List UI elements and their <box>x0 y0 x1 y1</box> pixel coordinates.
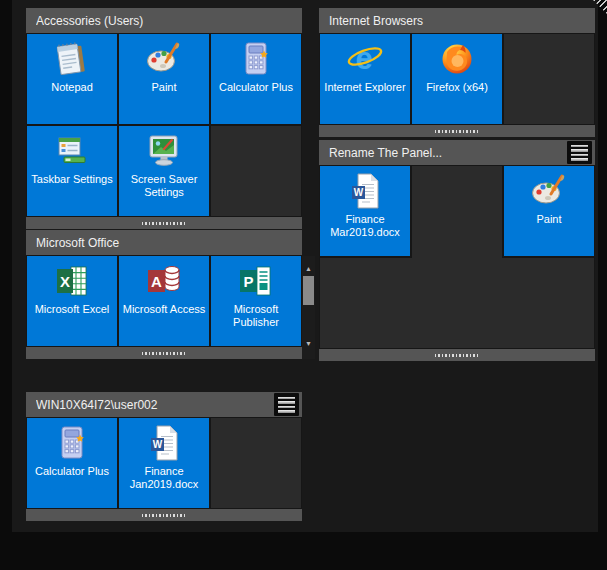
panel-rename-the-panel: Rename The Panel...WFinance Mar2019.docx… <box>319 140 595 361</box>
excel-icon: X <box>52 261 92 301</box>
tile-label: Microsoft Excel <box>34 303 111 316</box>
empty-slot <box>412 258 502 348</box>
tile-firefox-x64[interactable]: Firefox (x64) <box>412 34 502 124</box>
panel-title: Microsoft Office <box>36 236 299 250</box>
tile-microsoft-publisher[interactable]: PMicrosoft Publisher <box>211 256 301 346</box>
panel-win10-user: WIN10X64I72\user002Calculator PlusWFinan… <box>26 392 302 521</box>
tile-calculator-plus[interactable]: Calculator Plus <box>211 34 301 124</box>
svg-text:W: W <box>153 439 163 450</box>
tile-label: Firefox (x64) <box>425 81 489 94</box>
panel-title: WIN10X64I72\user002 <box>36 398 274 412</box>
drag-handle-dots-icon <box>142 222 186 225</box>
tile-notepad[interactable]: Notepad <box>27 34 117 124</box>
paint-icon <box>529 171 569 211</box>
empty-slot <box>320 258 410 348</box>
firefox-icon <box>437 39 477 79</box>
tile-label: Microsoft Publisher <box>211 303 301 329</box>
scroll-down-arrow-icon[interactable]: ▼ <box>302 338 315 350</box>
empty-slot <box>211 126 301 216</box>
svg-text:e: e <box>355 41 372 76</box>
empty-slot <box>412 166 502 256</box>
panel-bottom-bar[interactable] <box>26 509 302 521</box>
svg-text:X: X <box>60 273 70 290</box>
panel-title: Accessories (Users) <box>36 14 299 28</box>
panel-bottom-bar[interactable] <box>26 347 302 359</box>
calculator-plus-icon <box>236 39 276 79</box>
panel-header[interactable]: Rename The Panel... <box>319 140 595 165</box>
empty-slot <box>504 34 594 124</box>
svg-text:P: P <box>243 273 253 290</box>
tile-microsoft-excel[interactable]: XMicrosoft Excel <box>27 256 117 346</box>
panel-bottom-bar[interactable] <box>26 217 302 229</box>
tile-screen-saver-settings[interactable]: Screen Saver Settings <box>119 126 209 216</box>
tile-grid: Calculator PlusWFinance Jan2019.docx <box>27 418 301 508</box>
word-document-icon: W <box>345 171 385 211</box>
tile-label: Paint <box>535 213 562 226</box>
publisher-icon: P <box>236 261 276 301</box>
access-icon: A <box>144 261 184 301</box>
scroll-up-arrow-icon[interactable]: ▲ <box>302 263 315 275</box>
panel-accessories: Accessories (Users)NotepadPaintCalculato… <box>26 8 302 229</box>
panel-header[interactable]: WIN10X64I72\user002 <box>26 392 302 417</box>
tile-label: Internet Explorer <box>323 81 406 94</box>
tile-grid: XMicrosoft ExcelAMicrosoft AccessPMicros… <box>27 256 301 346</box>
tile-paint[interactable]: Paint <box>504 166 594 256</box>
tile-internet-explorer[interactable]: eInternet Explorer <box>320 34 410 124</box>
vertical-scrollbar[interactable]: ▲▼ <box>302 256 315 359</box>
hamburger-menu-icon <box>278 397 295 413</box>
panel-header[interactable]: Accessories (Users) <box>26 8 302 33</box>
svg-text:W: W <box>354 187 364 198</box>
screen-saver-settings-icon <box>144 131 184 171</box>
empty-slot <box>211 418 301 508</box>
scrollbar-thumb[interactable] <box>303 276 314 305</box>
empty-slot <box>504 258 594 348</box>
tile-label: Calculator Plus <box>34 465 110 478</box>
drag-handle-dots-icon <box>435 130 479 133</box>
internet-explorer-icon: e <box>345 39 385 79</box>
tile-calculator-plus[interactable]: Calculator Plus <box>27 418 117 508</box>
panel-menu-button[interactable] <box>567 141 592 164</box>
panel-title: Internet Browsers <box>329 14 592 28</box>
tile-taskbar-settings[interactable]: Taskbar Settings <box>27 126 117 216</box>
calculator-plus-icon <box>52 423 92 463</box>
tile-label: Screen Saver Settings <box>119 173 209 199</box>
workspace-background: Accessories (Users)NotepadPaintCalculato… <box>12 0 598 532</box>
tile-finance-mar2019-docx[interactable]: WFinance Mar2019.docx <box>320 166 410 256</box>
panel-bottom-bar[interactable] <box>319 125 595 137</box>
drag-handle-dots-icon <box>142 514 186 517</box>
hamburger-menu-icon <box>571 145 588 161</box>
tile-label: Microsoft Access <box>122 303 207 316</box>
panel-bottom-bar[interactable] <box>319 349 595 361</box>
notepad-icon <box>52 39 92 79</box>
tile-paint[interactable]: Paint <box>119 34 209 124</box>
tile-grid: NotepadPaintCalculator PlusTaskbar Setti… <box>27 34 301 216</box>
word-document-icon: W <box>144 423 184 463</box>
svg-text:A: A <box>151 273 162 290</box>
paint-icon <box>144 39 184 79</box>
drag-handle-dots-icon <box>142 352 186 355</box>
panel-internet-browsers: Internet BrowserseInternet ExplorerFiref… <box>319 8 595 137</box>
tile-label: Taskbar Settings <box>30 173 113 186</box>
panel-header[interactable]: Internet Browsers <box>319 8 595 33</box>
tile-label: Paint <box>150 81 177 94</box>
panel-microsoft-office: Microsoft OfficeXMicrosoft ExcelAMicroso… <box>26 230 302 359</box>
taskbar-settings-icon <box>52 131 92 171</box>
drag-handle-dots-icon <box>435 354 479 357</box>
panel-menu-button[interactable] <box>274 393 299 416</box>
tile-microsoft-access[interactable]: AMicrosoft Access <box>119 256 209 346</box>
tile-label: Calculator Plus <box>218 81 294 94</box>
tile-label: Finance Mar2019.docx <box>320 213 410 239</box>
tile-label: Notepad <box>50 81 94 94</box>
tile-finance-jan2019-docx[interactable]: WFinance Jan2019.docx <box>119 418 209 508</box>
tile-grid: eInternet ExplorerFirefox (x64) <box>320 34 594 124</box>
panel-title: Rename The Panel... <box>329 146 567 160</box>
panel-header[interactable]: Microsoft Office <box>26 230 302 255</box>
tile-label: Finance Jan2019.docx <box>119 465 209 491</box>
tile-grid: WFinance Mar2019.docxPaint <box>320 166 594 348</box>
